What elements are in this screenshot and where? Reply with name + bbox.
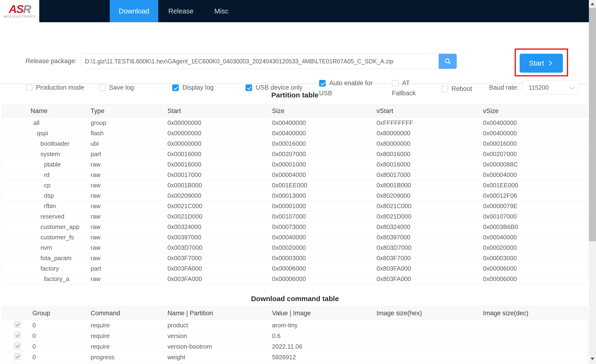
tab-misc[interactable]: Misc <box>204 0 239 22</box>
checkbox-box[interactable] <box>99 84 105 91</box>
partition-vsize-cell: 0x00020000 <box>481 244 588 252</box>
logo-r: R <box>23 3 31 15</box>
scrollbar-up-arrow-icon[interactable] <box>591 3 594 5</box>
partition-size-cell: 0x00003000 <box>270 254 375 262</box>
checkbox-box[interactable] <box>392 80 399 87</box>
column-header: Type <box>89 107 165 115</box>
table-row: factorypart0x003FA0000x000060000x803FA00… <box>2 263 588 274</box>
partition-vstart-cell: 0x803FA000 <box>375 265 481 272</box>
table-row: 0requireversion0.6 <box>2 330 588 341</box>
partition-vstart-cell: 0x80397000 <box>375 234 481 241</box>
table-row: systempart0x000160000x002070000x80016000… <box>2 149 588 159</box>
partition-type-cell: raw <box>89 234 165 241</box>
column-header: Value | Image <box>270 310 375 317</box>
partition-size-cell: 0x00020000 <box>270 244 375 252</box>
partition-vstart-cell: 0x80209000 <box>375 192 481 199</box>
checkbox-box[interactable] <box>319 80 326 87</box>
vertical-scrollbar[interactable] <box>589 0 596 364</box>
scrollbar-down-arrow-icon[interactable] <box>591 358 594 360</box>
partition-name-cell: rd <box>2 171 89 178</box>
checkbox-label: Save log <box>109 84 134 91</box>
table-row: ptableraw0x000160000x000010000x800160000… <box>2 159 588 170</box>
chevron-down-icon <box>569 84 575 89</box>
partition-start-cell: 0x00017000 <box>165 171 270 178</box>
partition-name-cell: qspi <box>2 130 89 137</box>
row-checkbox <box>14 342 21 349</box>
row-checkbox-cell <box>2 321 26 329</box>
browse-package-button[interactable] <box>439 54 457 69</box>
partition-start-cell: 0x00000000 <box>165 119 270 126</box>
column-header: Name | Partition <box>165 310 270 317</box>
partition-vstart-cell: 0x803F7000 <box>375 254 481 262</box>
partition-name-cell: reserved <box>2 213 89 220</box>
table-row: rfbinraw0x0021C0000x000010000x8021C0000x… <box>2 201 588 211</box>
row-checkbox-cell <box>2 332 26 340</box>
command-group-cell: 0 <box>26 354 89 361</box>
partition-vstart-cell: 0x8021C000 <box>375 202 481 210</box>
table-row: cpraw0x0001B0000x001EE0000x8001B0000x001… <box>2 180 588 190</box>
row-checkbox-cell <box>2 353 26 361</box>
table-row: customer_fsraw0x003970000x000400000x8039… <box>2 232 588 242</box>
partition-type-cell: raw <box>89 244 165 252</box>
partition-type-cell: raw <box>89 192 165 199</box>
partition-vsize-cell: 0x00006000 <box>481 275 588 283</box>
column-header: vSize <box>481 107 588 115</box>
row-checkbox <box>14 353 21 360</box>
partition-name-cell: bootloader <box>2 140 89 147</box>
partition-start-cell: 0x00397000 <box>165 234 270 241</box>
partition-vstart-cell: 0xFFFFFFFF <box>375 119 481 126</box>
partition-vsize-cell: 0x00400000 <box>481 119 588 126</box>
partition-name-cell: customer_app <box>2 223 89 230</box>
partition-size-cell: 0x00001000 <box>270 202 375 210</box>
table-row: nvmraw0x003D70000x000200000x803D70000x00… <box>2 242 588 253</box>
partition-vsize-cell: 0x0000088C <box>481 161 588 168</box>
tab-download[interactable]: Download <box>110 0 158 22</box>
partition-size-cell: 0x00016000 <box>270 140 375 147</box>
start-button-label: Start <box>529 59 544 67</box>
partition-size-cell: 0x00004000 <box>270 171 375 178</box>
table-row: bootloaderubi0x000000000x000160000x80000… <box>2 138 588 149</box>
table-row: 0requireversion-bootrom2022.11.06 <box>2 341 588 352</box>
command-group-cell: 0 <box>26 343 89 350</box>
partition-name-cell: nvm <box>2 244 89 252</box>
tab-release[interactable]: Release <box>158 0 204 22</box>
partition-start-cell: 0x003FA000 <box>165 275 270 283</box>
partition-vsize-cell: 0x00040000 <box>481 234 588 241</box>
partition-vstart-cell: 0x803D7000 <box>375 244 481 252</box>
name-partition-cell: product <box>165 322 270 329</box>
column-header: Group <box>26 310 89 317</box>
partition-vsize-cell: 0x00012F06 <box>481 192 588 199</box>
partition-size-cell: 0x00040000 <box>270 234 375 241</box>
table-row: allgroup0x000000000x004000000xFFFFFFFF0x… <box>2 118 588 128</box>
partition-name-cell: factory_a <box>2 275 89 283</box>
scrollbar-thumb[interactable] <box>589 8 596 241</box>
release-package-input[interactable] <box>81 54 439 69</box>
partition-vstart-cell: 0x80000000 <box>375 140 481 147</box>
name-partition-cell: version <box>165 332 270 340</box>
partition-start-cell: 0x00000000 <box>165 130 270 137</box>
start-button[interactable]: Start <box>520 54 563 73</box>
partition-start-cell: 0x00016000 <box>165 161 270 168</box>
release-package-label: Release package: <box>26 58 77 65</box>
partition-vsize-cell: 0x00004000 <box>481 171 588 178</box>
partition-table-title: Partition table <box>2 91 588 99</box>
column-header: Image size(dec) <box>481 310 588 317</box>
table-row: factory_araw0x003FA0000x000060000x803FA0… <box>2 274 588 284</box>
partition-start-cell: 0x003F7000 <box>165 254 270 262</box>
partition-type-cell: raw <box>89 171 165 178</box>
column-header: Name <box>2 107 89 115</box>
partition-vsize-cell: 0x00207000 <box>481 150 588 158</box>
partition-name-cell: all <box>2 119 89 126</box>
checkbox-box[interactable] <box>26 84 32 91</box>
partition-name-cell: rfbin <box>2 202 89 210</box>
partition-start-cell: 0x0001B000 <box>165 182 270 189</box>
column-header: Image size(hex) <box>375 310 481 317</box>
column-header: vStart <box>375 107 481 115</box>
partition-type-cell: raw <box>89 213 165 220</box>
checkbox-box[interactable] <box>246 84 252 91</box>
checkbox-box[interactable] <box>172 84 179 91</box>
table-row: dspraw0x002090000x000130000x802090000x00… <box>2 190 588 201</box>
table-row: rdraw0x000170000x000040000x800170000x000… <box>2 170 588 180</box>
partition-name-cell: factory <box>2 265 89 272</box>
command-group-cell: 0 <box>26 322 89 329</box>
